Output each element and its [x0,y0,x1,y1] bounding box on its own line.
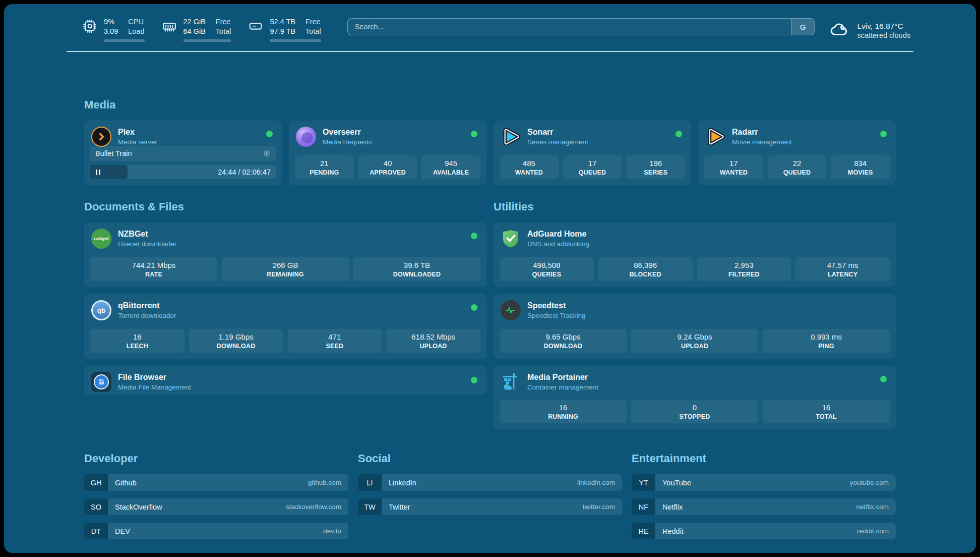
stat-download: 1.19 Gbps DOWNLOAD [189,329,283,353]
stat-value: 9.65 Gbps [500,332,627,341]
service-card-overseerr[interactable]: Overseerr Media Requests 21 PENDING 40 A… [289,121,486,185]
cpu-label: CPU [128,17,144,27]
now-playing-row: Bullet Train [90,146,276,161]
bookmark-name: Twitter [389,503,410,511]
stat-label: DOWNLOAD [500,343,627,350]
overseerr-icon [296,127,316,147]
developer-bookmarks: Developer GH Githubgithub.com SO StackOv… [84,452,348,547]
entertainment-bookmarks: Entertainment YT YouTubeyoutube.com NF N… [632,452,896,547]
memory-total: 64 GiB [183,27,206,36]
stat-value: 2,953 [697,261,791,269]
stat-value: 0.993 ms [763,332,890,341]
gear-icon[interactable] [263,149,271,157]
bookmark-domain: dev.to [323,527,341,535]
status-dot [266,131,273,137]
service-card-qbittorrent[interactable]: qb qBittorrent Torrent downloader 16 LEE… [84,294,486,359]
bookmark-twitter[interactable]: TW Twittertwitter.com [358,498,622,515]
service-card-radarr[interactable]: Radarr Movie management 17 WANTED 22 QUE… [698,121,896,185]
service-card-adguard[interactable]: AdGuard Home DNS and adblocking 498,508 … [494,222,896,287]
section-title-documents: Documents & Files [84,200,486,213]
stat-upload: 9.24 Gbps UPLOAD [631,329,758,353]
status-dot [471,131,477,137]
bookmark-netflix[interactable]: NF Netflixnetflix.com [632,498,896,515]
service-card-filebrowser[interactable]: File Browser Media File Management [84,366,486,395]
stat-value: 1.19 Gbps [189,332,283,341]
bookmark-name: StackOverflow [115,503,162,511]
disk-total-label: Total [305,27,321,36]
bookmark-domain: youtube.com [850,479,889,486]
status-dot [676,131,682,137]
sonarr-icon [501,127,521,147]
portainer-icon [501,372,521,392]
service-card-speedtest[interactable]: Speedtest Speedtest Tracking 9.65 Gbps D… [494,294,896,359]
stat-label: QUEUED [563,169,622,176]
stat-value: 47.57 ms [795,261,890,269]
service-card-sonarr[interactable]: Sonarr Series management 485 WANTED 17 Q… [494,121,691,185]
stat-label: SERIES [626,169,685,176]
stat-movies: 834 MOVIES [831,155,890,179]
bookmark-reddit[interactable]: RE Redditreddit.com [632,523,896,539]
media-cards: Plex Media server Bullet Train 24:44 / 0… [84,121,896,185]
stat-ping: 0.993 ms PING [763,329,890,353]
search-provider-button[interactable]: G [791,19,814,35]
service-title: Media Portainer [527,373,598,382]
playback-progress-bar[interactable]: 24:44 / 02:06:47 [90,165,276,179]
stat-running: 16 RUNNING [500,400,627,423]
stat-leech: 16 LEECH [90,329,185,353]
stat-value: 21 [295,159,354,168]
stat-label: PENDING [295,169,354,176]
stat-value: 86,396 [598,261,693,269]
service-title: qBittorrent [118,301,176,310]
stat-wanted: 485 WANTED [500,155,559,179]
stat-queued: 22 QUEUED [768,155,827,179]
pause-icon[interactable] [96,170,100,175]
weather-condition: scattered clouds [857,31,910,39]
adguard-icon [501,229,521,249]
bookmark-name: Reddit [662,527,684,535]
memory-total-label: Total [216,27,231,36]
status-dot [880,376,887,382]
plex-icon [91,127,111,147]
weather-widget: Lviv, 16.87°C scattered clouds [829,18,910,41]
service-card-portainer[interactable]: Media Portainer Container management 16 … [494,366,896,429]
service-desc: Torrent downloader [118,312,176,319]
stat-value: 40 [358,159,417,168]
stat-value: 17 [704,159,763,168]
stat-label: REMAINING [222,271,349,278]
disk-free: 52.4 TB [270,17,295,27]
stat-queries: 498,508 QUERIES [500,257,594,281]
service-desc: Media Requests [323,138,372,146]
section-title-developer: Developer [84,452,348,465]
bookmark-dev[interactable]: DT DEVdev.to [84,523,348,539]
bookmark-domain: github.com [308,479,341,486]
stat-label: QUERIES [500,271,594,278]
stat-label: MOVIES [831,169,890,176]
memory-free: 22 GiB [183,17,206,27]
bookmark-domain: reddit.com [857,527,889,535]
stat-label: SEED [288,343,382,350]
weather-location: Lviv, 16.87°C [857,21,910,31]
stat-total: 16 TOTAL [763,400,890,423]
stat-value: 9.24 Gbps [631,332,758,341]
section-title-social: Social [358,452,622,465]
stat-label: RUNNING [500,413,627,420]
stat-latency: 47.57 ms LATENCY [795,257,890,281]
disk-total: 97.9 TB [270,27,295,36]
bookmark-github[interactable]: GH Githubgithub.com [84,474,348,491]
service-desc: DNS and adblocking [527,240,589,248]
bookmark-linkedin[interactable]: LI LinkedInlinkedin.com [358,474,622,491]
stat-value: 39.6 TB [353,261,480,269]
stat-blocked: 86,396 BLOCKED [598,257,693,281]
bookmark-abbr: NF [632,498,655,515]
stat-wanted: 17 WANTED [704,155,763,179]
service-card-nzbget[interactable]: nzbget NZBGet Usenet downloader 744.21 M… [84,222,486,287]
section-title-utilities: Utilities [494,200,896,213]
utilities-column: Utilities [494,200,896,429]
bookmark-youtube[interactable]: YT YouTubeyoutube.com [632,474,896,491]
stat-value: 266 GB [222,261,349,269]
status-dot [471,304,477,311]
bookmark-stackoverflow[interactable]: SO StackOverflowstackoverflow.com [84,498,348,515]
service-card-plex[interactable]: Plex Media server Bullet Train 24:44 / 0… [84,121,282,185]
search-input[interactable] [348,19,791,35]
stat-value: 16 [90,332,185,341]
